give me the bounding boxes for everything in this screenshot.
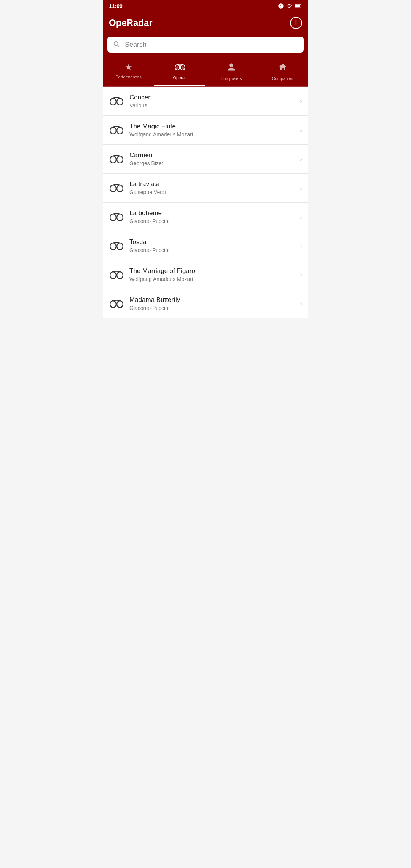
opera-composer: Wolfgang Amadeus Mozart <box>129 131 297 137</box>
tab-composers[interactable]: Composers <box>206 59 257 86</box>
opera-item-icon <box>109 154 124 164</box>
performances-icon: ★ <box>125 62 132 72</box>
svg-point-6 <box>110 98 116 105</box>
search-icon <box>113 40 121 49</box>
opera-list-item[interactable]: Tosca Giacomo Puccini › <box>103 231 308 260</box>
binoculars-icon <box>110 213 123 221</box>
opera-title: La bohème <box>129 209 297 217</box>
chevron-right-icon: › <box>300 126 302 134</box>
opera-list-item[interactable]: The Magic Flute Wolfgang Amadeus Mozart … <box>103 116 308 145</box>
binoculars-icon <box>110 155 123 163</box>
svg-point-18 <box>110 214 116 221</box>
tab-bar: ★ Performances Operas Composers <box>103 59 308 87</box>
chevron-right-icon: › <box>300 97 302 105</box>
signal-icon <box>286 3 292 9</box>
tab-operas-label: Operas <box>173 75 186 80</box>
opera-composer: Various <box>129 102 297 108</box>
opera-item-icon <box>109 270 124 280</box>
search-bar <box>107 37 304 53</box>
opera-composer: Giacomo Puccini <box>129 305 297 311</box>
svg-point-21 <box>110 243 116 250</box>
opera-item-icon <box>109 212 124 222</box>
opera-item-icon <box>109 183 124 193</box>
opera-title: Madama Butterfly <box>129 296 297 304</box>
opera-composer: Giacomo Puccini <box>129 218 297 224</box>
status-time: 11:09 <box>109 3 123 9</box>
opera-title: Concert <box>129 94 297 101</box>
opera-title: The Marriage of Figaro <box>129 267 297 275</box>
tab-performances-label: Performances <box>115 75 141 79</box>
svg-point-27 <box>110 301 116 308</box>
binoculars-icon <box>110 271 123 279</box>
opera-list-item[interactable]: Madama Butterfly Giacomo Puccini › <box>103 289 308 318</box>
status-icons <box>278 3 302 9</box>
opera-item-icon <box>109 125 124 136</box>
search-input[interactable] <box>125 41 298 49</box>
opera-title: Carmen <box>129 152 297 159</box>
tab-companies-label: Companies <box>272 76 293 81</box>
svg-point-19 <box>117 214 123 221</box>
binoculars-icon <box>110 97 123 105</box>
svg-rect-1 <box>295 5 300 7</box>
opera-composer: Giacomo Puccini <box>129 247 297 253</box>
opera-list-item[interactable]: La bohème Giacomo Puccini › <box>103 203 308 231</box>
info-button[interactable]: i <box>290 17 302 29</box>
opera-title: La traviata <box>129 180 297 188</box>
search-container <box>103 37 308 59</box>
tab-operas[interactable]: Operas <box>154 59 206 86</box>
binoculars-icon <box>110 300 123 308</box>
binoculars-icon <box>110 242 123 250</box>
opera-info: Madama Butterfly Giacomo Puccini <box>129 296 297 311</box>
svg-point-7 <box>117 98 123 105</box>
operas-icon <box>175 62 185 73</box>
chevron-right-icon: › <box>300 213 302 221</box>
opera-info: La bohème Giacomo Puccini <box>129 209 297 224</box>
companies-icon <box>278 62 287 74</box>
tab-companies[interactable]: Companies <box>257 59 308 86</box>
opera-item-icon <box>109 241 124 251</box>
svg-point-10 <box>117 127 123 134</box>
opera-info: Tosca Giacomo Puccini <box>129 238 297 253</box>
opera-info: The Magic Flute Wolfgang Amadeus Mozart <box>129 123 297 137</box>
composers-icon <box>227 62 236 74</box>
opera-composer: Georges Bizet <box>129 160 297 166</box>
chevron-right-icon: › <box>300 242 302 250</box>
svg-point-4 <box>176 66 178 69</box>
chevron-right-icon: › <box>300 271 302 279</box>
binoculars-icon <box>110 184 123 192</box>
status-bar: 11:09 <box>103 0 308 12</box>
opera-info: Carmen Georges Bizet <box>129 152 297 166</box>
svg-point-15 <box>110 185 116 192</box>
opera-info: La traviata Giuseppe Verdi <box>129 180 297 195</box>
tab-performances[interactable]: ★ Performances <box>103 59 154 86</box>
opera-item-icon <box>109 298 124 309</box>
opera-composer: Wolfgang Amadeus Mozart <box>129 276 297 282</box>
opera-item-icon <box>109 96 124 107</box>
opera-list-item[interactable]: The Marriage of Figaro Wolfgang Amadeus … <box>103 260 308 289</box>
svg-point-12 <box>110 156 116 163</box>
chevron-right-icon: › <box>300 184 302 192</box>
svg-point-24 <box>110 272 116 279</box>
svg-point-28 <box>117 301 123 308</box>
opera-composer: Giuseppe Verdi <box>129 189 297 195</box>
tab-composers-label: Composers <box>220 76 242 81</box>
svg-point-13 <box>117 156 123 163</box>
svg-point-22 <box>117 243 123 250</box>
opera-list-item[interactable]: Concert Various › <box>103 87 308 116</box>
app-header: OpeRadar i <box>103 12 308 37</box>
svg-point-5 <box>182 66 184 69</box>
svg-point-9 <box>110 127 116 134</box>
battery-icon <box>295 3 302 9</box>
app-title: OpeRadar <box>109 18 153 28</box>
svg-point-16 <box>117 185 123 192</box>
opera-info: Concert Various <box>129 94 297 108</box>
svg-point-25 <box>117 272 123 279</box>
binoculars-icon <box>110 126 123 134</box>
opera-title: Tosca <box>129 238 297 246</box>
opera-list-item[interactable]: La traviata Giuseppe Verdi › <box>103 174 308 203</box>
alert-icon <box>278 3 284 9</box>
chevron-right-icon: › <box>300 155 302 163</box>
opera-info: The Marriage of Figaro Wolfgang Amadeus … <box>129 267 297 282</box>
opera-list-item[interactable]: Carmen Georges Bizet › <box>103 145 308 174</box>
opera-list: Concert Various › The Magic Flute Wolfga… <box>103 87 308 318</box>
